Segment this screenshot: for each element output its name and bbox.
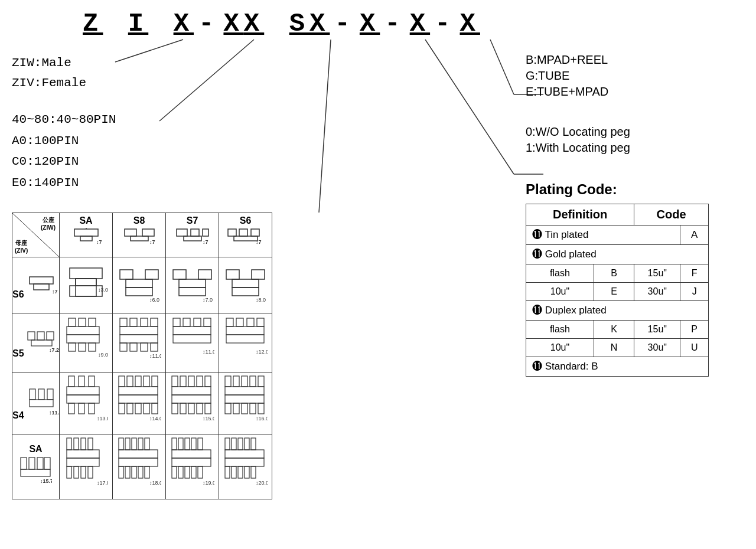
svg-rect-106 (144, 376, 149, 387)
svg-rect-87 (226, 335, 264, 343)
plating-gold-label: ⓫ Gold plated (526, 245, 709, 264)
svg-rect-25 (234, 236, 258, 241)
svg-text:↕11.0: ↕11.0 (149, 353, 161, 359)
svg-rect-193 (232, 466, 236, 478)
svg-rect-84 (247, 318, 254, 326)
svg-rect-86 (226, 326, 264, 335)
svg-rect-53 (31, 340, 52, 346)
svg-rect-69 (120, 335, 158, 343)
svg-rect-19 (203, 229, 208, 236)
svg-rect-83 (236, 318, 243, 326)
svg-rect-188 (245, 438, 249, 450)
svg-rect-79 (173, 326, 211, 335)
s5-row-connector: ↕7.2 (27, 327, 59, 357)
svg-rect-51 (37, 332, 44, 340)
svg-rect-73 (151, 343, 158, 351)
svg-rect-10 (80, 236, 92, 241)
svg-text:↕16.0: ↕16.0 (256, 416, 268, 421)
connector-sa-s6: ↕20.0 (223, 436, 268, 495)
plating-tin-code: A (680, 226, 709, 245)
svg-rect-46 (252, 270, 265, 279)
plating-section: Plating Code: Definition Code ⓫ Tin plat… (526, 181, 738, 377)
type-male: ZIW:Male (12, 53, 86, 73)
svg-rect-17 (177, 229, 187, 236)
plating-duplex-30u: 30u" (634, 339, 680, 357)
svg-rect-185 (225, 438, 230, 450)
svg-rect-113 (144, 403, 149, 414)
svg-rect-148 (67, 438, 71, 450)
plating-gold-b: B (594, 264, 634, 283)
svg-text:↕7: ↕7 (256, 239, 262, 245)
svg-rect-33 (76, 279, 96, 296)
svg-text:↕7: ↕7 (149, 239, 155, 245)
plating-gold-f: F (680, 264, 709, 283)
svg-rect-30 (70, 268, 102, 279)
svg-rect-60 (69, 343, 76, 351)
svg-text:↕18.0: ↕18.0 (149, 480, 161, 486)
svg-rect-181 (185, 466, 190, 478)
svg-rect-134 (225, 387, 264, 395)
svg-rect-59 (67, 335, 99, 343)
connector-s4-s7: ↕15.0 (170, 374, 214, 430)
svg-rect-169 (138, 466, 143, 478)
svg-rect-57 (89, 318, 96, 326)
plating-row-duplex-1: flash K 15u" P (526, 321, 709, 339)
svg-text:↕15.0: ↕15.0 (203, 416, 214, 421)
plating-duplex-n: N (594, 339, 634, 357)
svg-rect-194 (238, 466, 243, 478)
svg-rect-132 (250, 376, 256, 387)
plating-duplex-p: P (680, 321, 709, 339)
svg-rect-157 (88, 466, 93, 478)
svg-rect-108 (119, 387, 158, 395)
svg-rect-76 (183, 318, 190, 326)
table-row-sa: SA ↕15.7 (12, 434, 272, 499)
svg-text:↕17.0: ↕17.0 (97, 480, 108, 486)
svg-rect-135 (225, 395, 264, 403)
svg-rect-64 (120, 318, 127, 326)
svg-rect-166 (119, 466, 123, 478)
svg-text:↕7: ↕7 (203, 239, 208, 245)
svg-rect-55 (69, 318, 76, 326)
svg-text:↕12.0: ↕12.0 (256, 349, 268, 355)
pin-40-80: 40~80:40~80PIN (12, 109, 116, 130)
code-sx: SX (289, 9, 330, 38)
svg-rect-66 (141, 318, 148, 326)
svg-rect-32 (70, 286, 102, 296)
s8-header-connector: ↕7 (119, 226, 160, 253)
svg-rect-23 (239, 229, 247, 236)
svg-rect-160 (125, 438, 130, 450)
svg-rect-89 (30, 389, 35, 400)
table-row-s5: S5 ↕7.2 (12, 313, 272, 372)
svg-text:↕7.2: ↕7.2 (49, 347, 59, 353)
plating-row-duplex-2: 10u" N 30u" U (526, 339, 709, 357)
svg-rect-138 (242, 403, 247, 414)
svg-rect-161 (132, 438, 136, 450)
plating-row-standard: ⓫ Standard: B (526, 357, 709, 377)
plating-row-gold-2: 10u" E 30u" J (526, 283, 709, 301)
svg-rect-168 (132, 466, 136, 478)
svg-rect-114 (152, 403, 158, 414)
svg-rect-103 (119, 376, 125, 387)
svg-rect-155 (74, 466, 79, 478)
svg-text:↕19.0: ↕19.0 (203, 480, 214, 486)
plating-duplex-label: ⓫ Duplex plated (526, 301, 709, 321)
packaging-item-e: E:TUBE+MPAD (526, 85, 738, 99)
svg-rect-50 (28, 332, 35, 340)
svg-rect-61 (79, 343, 86, 351)
svg-rect-192 (225, 466, 230, 478)
cell-s5-sa: ↕9.0 (60, 313, 113, 372)
svg-rect-146 (21, 469, 50, 476)
svg-rect-48 (232, 287, 259, 296)
s7-header-connector: ↕7 (172, 226, 213, 253)
svg-rect-97 (67, 387, 99, 395)
plating-gold-j: J (680, 283, 709, 301)
svg-rect-9 (74, 229, 98, 236)
plating-row-gold-header: ⓫ Gold plated (526, 245, 709, 264)
svg-rect-100 (79, 403, 84, 414)
connector-s6-s6: ↕8.0 (223, 259, 268, 309)
svg-rect-90 (38, 389, 44, 400)
svg-text:↕7: ↕7 (52, 289, 58, 295)
pin-100: A0:100PIN (12, 130, 116, 152)
svg-rect-189 (251, 438, 256, 450)
cell-s5-s8: ↕11.0 (113, 313, 166, 372)
